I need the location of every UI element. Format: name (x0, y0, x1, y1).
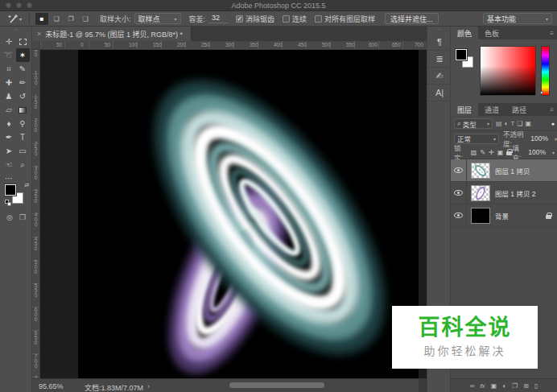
visibility-cell[interactable] (451, 182, 467, 204)
hue-slider[interactable] (541, 46, 550, 96)
marquee-tool[interactable] (16, 35, 30, 48)
zoom-tool[interactable]: ⌕ (16, 158, 30, 171)
panel-menu-icon[interactable]: ≡ (550, 30, 554, 37)
eye-icon[interactable] (454, 190, 463, 196)
foreground-color-swatch[interactable] (5, 184, 16, 196)
visibility-cell[interactable] (451, 204, 467, 226)
eraser-tool[interactable]: ▱ (2, 103, 16, 117)
dock-grip[interactable]: ·· (427, 27, 450, 34)
tab-颜色[interactable]: 颜色 (451, 27, 478, 39)
eye-icon[interactable] (454, 213, 463, 218)
move-tool[interactable]: ✛ (2, 35, 16, 48)
layer-thumbnail[interactable] (471, 185, 490, 201)
link-layers-icon[interactable]: ∞ (470, 382, 475, 390)
type-tool[interactable]: T (16, 130, 30, 144)
saturation-brightness-field[interactable] (480, 46, 536, 96)
subtract-from-selection-button[interactable]: ❐ (64, 13, 77, 25)
gradient-tool[interactable] (16, 103, 30, 117)
workspace-dropdown[interactable]: 基本功能 ▾ (483, 13, 552, 24)
magic-wand-tool[interactable]: ✶ (16, 48, 30, 62)
paragraph-panel-button[interactable]: ¶ (427, 34, 452, 51)
sample-size-dropdown[interactable]: 取样点 ▾ (134, 13, 181, 24)
character-panel-button[interactable]: A| (427, 85, 452, 101)
pen-tool[interactable]: ✒ (2, 130, 16, 144)
blur-tool[interactable]: ♦ (2, 117, 16, 130)
select-and-mask-button[interactable]: 选择并遮住... (385, 13, 439, 24)
path-select-tool[interactable]: ➤ (2, 144, 16, 158)
minimize-window-button[interactable] (16, 2, 22, 8)
tab-路径[interactable]: 路径 (505, 103, 533, 116)
fill-value[interactable]: 100% (528, 148, 546, 156)
layer-row[interactable]: 图层 1 拷贝 (451, 159, 557, 182)
default-colors-icon[interactable] (5, 200, 11, 206)
sample-all-layers-checkbox[interactable] (315, 15, 322, 23)
more-tools[interactable]: ⋯ (2, 171, 16, 185)
lock-position-icon[interactable]: ✛ (489, 149, 494, 156)
filter-pixel-layers-icon[interactable]: ▤ (496, 120, 502, 127)
filter-toggle-icon[interactable]: ● (551, 121, 555, 126)
layer-row[interactable]: 背景 (451, 204, 557, 227)
layer-row[interactable]: 图层 1 拷贝 2 (451, 182, 557, 204)
tolerance-input[interactable]: 32 (208, 14, 228, 23)
brush-tool[interactable]: ✏ (16, 76, 30, 89)
zoom-window-button[interactable] (27, 2, 32, 8)
dodge-tool[interactable]: ⚲ (16, 117, 30, 130)
lock-all-icon[interactable] (506, 151, 512, 155)
filter-shape-layers-icon[interactable]: ❏ (517, 120, 522, 127)
tab-色板[interactable]: 色板 (478, 27, 505, 39)
new-group-icon[interactable]: ❐ (512, 382, 518, 390)
filter-kind-dropdown[interactable]: ⌕ 类型 ▾ (454, 118, 493, 129)
layer-thumbnail[interactable] (471, 163, 490, 179)
magic-wand-tool-icon[interactable]: ▾ (7, 14, 22, 24)
anti-alias-checkbox[interactable]: ✓ (236, 15, 243, 23)
close-window-button[interactable] (6, 2, 11, 8)
quick-mask-button[interactable]: ◎ (6, 213, 13, 221)
lock-pixels-icon[interactable]: ✎ (480, 149, 485, 156)
zoom-level-field[interactable]: 95.65% (39, 382, 64, 390)
contiguous-checkbox[interactable] (283, 15, 290, 23)
add-to-selection-button[interactable]: ❏ (50, 13, 63, 25)
healing-brush-tool[interactable]: ✚ (2, 76, 16, 89)
layer-mask-icon[interactable]: ▣ (491, 382, 497, 390)
clone-stamp-tool[interactable]: ♟ (2, 89, 16, 103)
tab-通道[interactable]: 通道 (478, 103, 505, 116)
document-canvas[interactable] (78, 50, 419, 378)
styles-panel-button[interactable]: ≣ (427, 51, 452, 68)
tab-图层[interactable]: 图层 (451, 103, 478, 116)
new-selection-button[interactable]: ■ (35, 13, 48, 25)
document-tab[interactable]: × 未标题-1 @ 95.7% (图层 1 拷贝, RGB/8*) * (32, 27, 192, 41)
horizontal-ruler[interactable]: 5005010015020025030035040045050055060065… (40, 41, 427, 50)
close-tab-icon[interactable]: × (37, 30, 41, 38)
shape-tool[interactable]: ▭ (16, 144, 30, 158)
panel-grip[interactable]: ·· (0, 27, 31, 35)
vertical-ruler[interactable]: 5010015020025030035040045050055060065070… (32, 50, 40, 378)
color-marker[interactable] (482, 47, 486, 51)
lock-artboard-icon[interactable]: ▣ (497, 149, 504, 156)
layer-thumbnail[interactable] (471, 208, 490, 224)
lasso-tool[interactable]: ➰ (2, 48, 16, 62)
history-brush-tool[interactable]: ↺ (16, 89, 30, 103)
crop-tool[interactable]: ⌗ (2, 62, 16, 76)
panel-menu-icon[interactable]: ≡ (550, 106, 554, 113)
status-options-chevron[interactable]: › (147, 382, 150, 390)
filter-adjustment-layers-icon[interactable]: ◐ (505, 120, 509, 127)
foreground-color-swatch[interactable] (456, 49, 467, 60)
layer-style-icon[interactable]: fx (480, 382, 485, 390)
libraries-panel-button[interactable]: ✍ (427, 68, 452, 85)
horizontal-scrollbar-thumb[interactable] (229, 382, 324, 388)
swap-colors-icon[interactable]: ⇄ (24, 182, 29, 188)
visibility-cell[interactable] (451, 159, 467, 181)
adjustment-layer-icon[interactable]: ◐ (502, 382, 506, 390)
new-layer-icon[interactable]: ⊞ (523, 382, 529, 390)
hue-marker[interactable] (540, 91, 543, 94)
filter-smart-objects-icon[interactable]: ▣ (525, 120, 531, 127)
intersect-selection-button[interactable]: ❑ (79, 13, 92, 25)
lock-transparency-icon[interactable]: ▨ (471, 149, 477, 156)
filter-type-layers-icon[interactable]: T (510, 120, 514, 127)
hand-tool[interactable]: ☜ (2, 158, 16, 171)
opacity-value[interactable]: 100% (530, 134, 548, 142)
eyedropper-tool[interactable]: ✎ (16, 62, 30, 76)
delete-layer-icon[interactable]: ▯ (534, 382, 538, 390)
screen-mode-button[interactable]: ❐ (19, 213, 26, 221)
eye-icon[interactable] (454, 167, 463, 173)
